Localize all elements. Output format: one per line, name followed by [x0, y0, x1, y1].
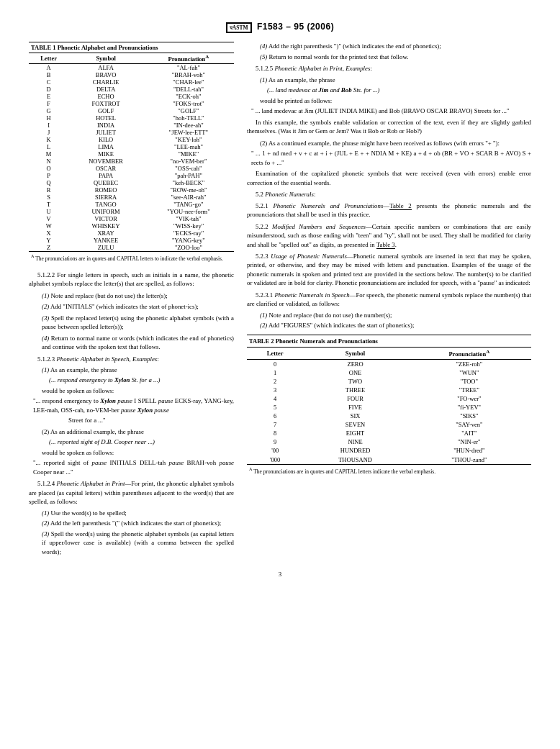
- table2-cell-3-1: THREE: [303, 386, 407, 394]
- table1-cell-24-1: YANKEE: [68, 237, 143, 244]
- table2-cell-9-0: 9: [247, 437, 303, 446]
- table1-col-pron: PronunciationA: [143, 53, 234, 64]
- table1-cell-22-0: W: [29, 222, 68, 230]
- table1-cell-25-1: ZULU: [68, 244, 143, 252]
- table1-cell-17-0: R: [29, 186, 68, 194]
- table2-cell-3-2: "TREE": [407, 386, 531, 394]
- table3-ref[interactable]: Table 3: [376, 241, 395, 249]
- table-row: AALFA"AL-fah": [29, 64, 234, 72]
- table2-cell-6-2: "SIKS": [407, 412, 531, 420]
- table1-cell-25-0: Z: [29, 244, 68, 252]
- table1: TABLE 1 Phonetic Alphabet and Pronunciat…: [29, 42, 234, 263]
- table1-cell-20-2: "YOU-nee-form": [143, 208, 234, 215]
- table1-cell-0-2: "AL-fah": [143, 64, 234, 72]
- table-row: CCHARLIE"CHAR-lee": [29, 78, 234, 86]
- table2-footnote-row: A The pronunciations are in quotes and C…: [247, 464, 531, 477]
- table2-cell-2-0: 2: [247, 377, 303, 386]
- table1-cell-16-2: "keh-BECK": [143, 179, 234, 186]
- table1-cell-4-2: "ECK-oh": [143, 93, 234, 100]
- table-row: JJULIET"JEW-lee-ETT": [29, 129, 234, 136]
- table1-cell-16-0: Q: [29, 179, 68, 186]
- table1-cell-17-2: "ROW-me-oh": [143, 186, 234, 194]
- table1-cell-19-0: T: [29, 201, 68, 208]
- table2-ref[interactable]: Table 2: [389, 202, 412, 210]
- item-5123-2-quote: "... reported sight of pause INITIALS DE…: [33, 458, 234, 476]
- table1-cell-14-2: "OSS-cah": [143, 165, 234, 172]
- table1-cell-7-0: H: [29, 114, 68, 122]
- table1-cell-14-1: OSCAR: [68, 165, 143, 172]
- table2-cell-10-0: '00: [247, 446, 303, 455]
- table-row: EECHO"ECK-oh": [29, 93, 234, 100]
- table-row: '000THOUSAND"THOU-zand": [247, 455, 531, 465]
- table2-cell-3-0: 3: [247, 386, 303, 394]
- table2-cell-4-1: FOUR: [303, 394, 407, 403]
- table-row: 7SEVEN"SAY-ven": [247, 420, 531, 429]
- table2-cell-7-1: SEVEN: [303, 420, 407, 429]
- table1-cell-5-2: "FOKS-trot": [143, 100, 234, 107]
- table1-cell-2-1: CHARLIE: [68, 78, 143, 86]
- table1-cell-18-1: SIERRA: [68, 194, 143, 201]
- table2-header-row: Letter Symbol PronunciationA: [247, 347, 531, 359]
- table2-cell-7-0: 7: [247, 420, 303, 429]
- document-title: F1583 – 95 (2006): [257, 22, 334, 32]
- table1-cell-11-1: LIMA: [68, 143, 143, 150]
- table2-cell-8-1: EIGHT: [303, 429, 407, 437]
- table-row: 6SIX"SIKS": [247, 412, 531, 420]
- table1-cell-15-0: P: [29, 172, 68, 179]
- table1-cell-18-2: "see-AIR-rah": [143, 194, 234, 201]
- table1-cell-7-1: HOTEL: [68, 114, 143, 122]
- table1-cell-11-2: "LEE-mah": [143, 143, 234, 150]
- table1-cell-9-1: JULIET: [68, 129, 143, 136]
- item-5123-1-street: Street for a ...": [68, 416, 234, 425]
- table-row: KKILO"KEY-loh": [29, 136, 234, 143]
- table1-cell-22-2: "WISS-key": [143, 222, 234, 230]
- table2-cell-0-1: ZERO: [303, 359, 407, 368]
- table-row: 9NINE"NIN-er": [247, 437, 531, 446]
- table1-container: TABLE 1 Phonetic Alphabet and Pronunciat…: [29, 42, 234, 263]
- table1-cell-13-1: NOVEMBER: [68, 158, 143, 165]
- table1-cell-8-2: "IN-dee-ah": [143, 122, 234, 129]
- table2-cell-0-2: "ZEE-roh": [407, 359, 531, 368]
- table1-cell-9-0: J: [29, 129, 68, 136]
- table2-cell-8-2: "AIT": [407, 429, 531, 437]
- item-5124-2: (2) Add the left parenthesis "(" (which …: [42, 519, 234, 527]
- table2-cell-5-0: 5: [247, 403, 303, 412]
- section-522: 5.2.2 Modified Numbers and Sequences—Cer…: [247, 222, 531, 249]
- table2-col-pron: PronunciationA: [407, 347, 531, 359]
- table1-cell-2-2: "CHAR-lee": [143, 78, 234, 86]
- table-row: VVICTOR"VIK-tah": [29, 215, 234, 222]
- table-row: UUNIFORM"YOU-nee-form": [29, 208, 234, 215]
- table1-cell-0-0: A: [29, 64, 68, 72]
- item-5123-2-spoken: would be spoken as follows:: [42, 448, 234, 457]
- page-header: ▿ASTM F1583 – 95 (2006): [29, 22, 531, 33]
- table1-cell-25-2: "ZOO-loo": [143, 244, 234, 252]
- table1-cell-23-0: X: [29, 230, 68, 237]
- table1-cell-10-0: K: [29, 136, 68, 143]
- table1-cell-19-1: TANGO: [68, 201, 143, 208]
- table2-cell-7-2: "SAY-ven": [407, 420, 531, 429]
- table-row: FFOXTROT"FOKS-trot": [29, 100, 234, 107]
- table1-cell-4-1: ECHO: [68, 93, 143, 100]
- table2: TABLE 2 Phonetic Numerals and Pronunciat…: [247, 335, 531, 477]
- table2-col-symbol: Symbol: [303, 347, 407, 359]
- table1-cell-15-2: "pah-PAH": [143, 172, 234, 179]
- table2-cell-1-0: 1: [247, 368, 303, 377]
- table-row: ZZULU"ZOO-loo": [29, 244, 234, 252]
- table-row: '00HUNDRED"HUN-dred": [247, 446, 531, 455]
- table1-cell-5-1: FOXTROT: [68, 100, 143, 107]
- table1-cell-21-1: VICTOR: [68, 215, 143, 222]
- table-row: PPAPA"pah-PAH": [29, 172, 234, 179]
- table1-cell-1-0: B: [29, 71, 68, 78]
- table-row: 1ONE"WUN": [247, 368, 531, 377]
- item-5125-1-quote: " ... land medevac at Jim (JULIET INDIA …: [251, 106, 531, 115]
- item-5125-note1: In this example, the symbols enable vali…: [247, 118, 531, 136]
- table2-cell-5-1: FIVE: [303, 403, 407, 412]
- table1-cell-7-2: "hoh-TELL": [143, 114, 234, 122]
- table1-cell-8-0: I: [29, 122, 68, 129]
- table-row: DDELTA"DELL-tah": [29, 86, 234, 93]
- item-5123-2: (2) As an additional example, the phrase: [42, 427, 234, 436]
- table2-cell-2-1: TWO: [303, 377, 407, 386]
- table-row: HHOTEL"hoh-TELL": [29, 114, 234, 122]
- table1-cell-5-0: F: [29, 100, 68, 107]
- table2-title: TABLE 2 Phonetic Numerals and Pronunciat…: [247, 335, 531, 347]
